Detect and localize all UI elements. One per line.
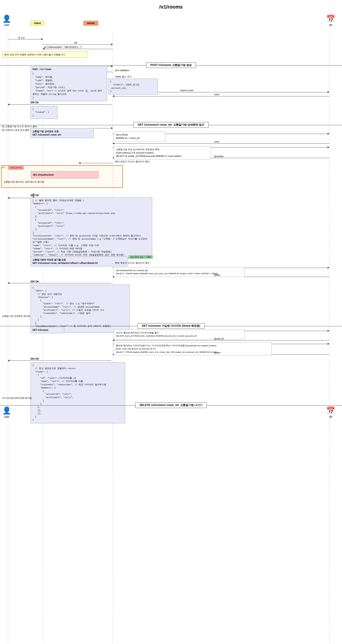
post-request-label: POST /v1/rooms <box>33 68 105 71</box>
detail-body-box: { // 밸에 참여한 멤버 (작성순서대로 전달됨 ) "members": … <box>31 198 152 258</box>
actor-user-bottom: 👤 user <box>2 406 11 418</box>
section-delete: DELETE /v1/rooms/<:room_id> 교환일기방 나가기 <box>0 402 342 408</box>
render-label: 교환일기방 참여코드 입력 페이지 렌더링 <box>4 180 44 184</box>
room-db-result-arrow <box>113 144 329 144</box>
master-check2-label: 현재 계정이 마스터, 멤버인지 확인 <box>115 262 150 264</box>
post-request-body: { "name": 방이름, "code": 참알번, "hint": 참여힌트… <box>33 72 105 100</box>
actor-user-top: 👤 user <box>2 14 11 26</box>
insert-room-label: insert a room <box>180 89 194 92</box>
get-room-request-label: 교환일기방 상세정보 요청GET /v1/rooms/<:room_id> <box>33 130 92 136</box>
notice-box: 현재 과정 모두 진행된 상태에서 아래 시퀀스들이 진행됩니다. <box>2 52 88 58</box>
section-header-box-4: DELETE /v1/rooms/<:room_id> 교환일기방 나가기 <box>135 402 207 408</box>
db-label-bottom: db <box>329 415 332 418</box>
json-validation-label: json validation <box>115 69 129 72</box>
home-200-arrow <box>8 360 112 361</box>
get-room-db-box: Get a RoomWHERE id = <room_id> <box>114 132 166 142</box>
post-200-body: { "roomid": 1 } <box>31 106 58 119</box>
home-200-label: 200 OK <box>31 357 39 360</box>
get-home-request-box: GET /v1/rooms <box>31 327 64 333</box>
actor-server-top: server <box>83 21 98 26</box>
home-200-body: { // 최신 생성순으로 정렬되어 return "rooms": [ { "… <box>31 362 125 423</box>
room-ids-arrow <box>113 340 329 340</box>
user-label-bottom: user <box>4 415 9 418</box>
member-query-box: 교환일기방 작성 순서에 따라 계정정보 획득 (room.orders순서로 … <box>114 146 211 160</box>
orders-field-label: orders 필드 추가 <box>115 75 132 78</box>
diary-request-box: 교환일기방에 작성된 일기들 요청 GET /v1/rooms/<:room_i… <box>31 256 127 266</box>
master-check-label: 현재 계정이 마스터, 멤버인지 확인 <box>115 160 150 163</box>
login-label: 로그인 <box>18 36 25 40</box>
sequence-diagram: /v1/rooms 👤 user client server 📅 db 로그인 … <box>0 0 342 644</box>
post-200-arrow <box>8 104 112 105</box>
db-label-top: db <box>329 24 332 26</box>
orders-box: { "orders": [현재_로그인_account_id], } <box>108 78 158 94</box>
db-icon-top: 📅 <box>326 14 335 23</box>
section-header-box-2: GET /v1/rooms/<:room_id> 교환일기방 상세화면 접근 <box>133 122 209 128</box>
rooms-result-label: []room <box>214 352 221 354</box>
diary-200-arrow <box>8 283 112 283</box>
unauthorized-box: 401 Unauthorized <box>31 171 99 178</box>
top-actors-row: 👤 user client server 📅 db <box>0 12 342 31</box>
actor-db-bottom: 📅 db <box>326 406 335 418</box>
detail-200-label: 200 OK <box>31 194 39 196</box>
get-diaries-box: Get Diaries(Order by Created_by) SELECT … <box>114 267 245 277</box>
render-detail-label: 교환일기방 상세화면 렌더링 <box>2 314 30 318</box>
page-title: /v1/rooms <box>0 0 342 12</box>
render-home-label: 다이어리방 home 화면 렌더링 <box>2 396 32 400</box>
room-result-label: room <box>214 93 219 96</box>
notice-text: 현재 과정 모두 진행된 상태에서 아래 시퀀스들이 진행됩니다. <box>4 53 66 56</box>
alt-box: alt [Failure] 401 Unauthorized 교환일기방 참여코… <box>1 165 123 188</box>
post-rooms-request-box: POST /v1/rooms { "name": 방이름, "code": 참알… <box>31 66 107 101</box>
jwt-arrow <box>43 44 113 44</box>
actor-client-top: client <box>31 21 44 26</box>
get-room-request-box: 교환일기방 상세정보 요청GET /v1/rooms/<:room_id> <box>31 128 94 138</box>
room-db-result-label: room <box>214 140 219 143</box>
ok-label: ok {"Authorization": "S6E7E522C3..."} <box>44 46 82 48</box>
jwt-label: jwt <box>74 42 77 44</box>
rooms-query-box: 멤버로 참여하는 다이어리방이거나, 마스터로 참여하는 다이어리방들 Quer… <box>114 342 272 355</box>
room-ids-label: []room_id <box>214 338 224 340</box>
user-label-top: user <box>4 24 9 26</box>
section-get-room: GET /v1/rooms/<:room_id> 교환일기방 상세화면 접근 <box>0 122 342 128</box>
section-header-box-1: POST /v1/rooms 교환일기방 생성 <box>146 62 196 68</box>
failure-label: [Failure] <box>8 166 24 170</box>
self-rooms-box: 자신이 멤버로 참여하는 다이어리방들 불기 SELETE room_id FR… <box>114 330 245 339</box>
diary-result-label: []diary <box>214 274 220 276</box>
member-result-label: []member <box>214 155 224 158</box>
user-icon-top: 👤 <box>2 14 11 23</box>
ok-arrow <box>43 49 113 49</box>
alt-label: alt <box>2 166 5 169</box>
master-check-arrow <box>79 163 113 163</box>
diary-200-label: 200 OK <box>31 280 39 283</box>
section-header-box-3: GET /v1/rooms 가입된 다이어리 (Home 화면용) <box>137 323 205 329</box>
max-limit-badge: max limit size = 1000 <box>128 255 153 259</box>
actor-db-top: 📅 db <box>326 14 335 26</box>
post-200-label: 200 Ok <box>31 101 39 104</box>
login-arrow <box>8 39 43 40</box>
